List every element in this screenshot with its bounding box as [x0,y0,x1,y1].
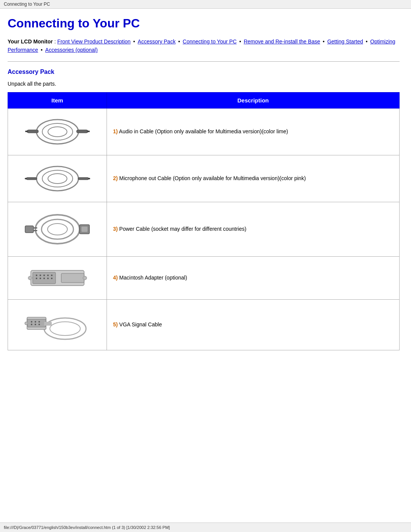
nav-link-front-view[interactable]: Front View Product Description [57,38,131,45]
svg-point-30 [40,278,41,279]
item-desc-3: Power Cable (socket may differ for diffe… [119,226,246,232]
table-row: 3) Power Cable (socket may differ for di… [8,202,400,256]
svg-point-8 [42,170,73,187]
mac-adapter-icon [23,263,92,293]
nav-link-getting-started[interactable]: Getting Started [327,38,363,45]
sep-5: • [366,38,369,45]
nav-link-remove-base[interactable]: Remove and Re-install the Base [244,38,320,45]
nav-link-connecting[interactable]: Connecting to Your PC [183,38,237,45]
svg-point-34 [28,276,32,280]
svg-rect-13 [88,178,90,179]
svg-point-9 [48,174,67,184]
page-title: Connecting to Your PC [8,16,400,30]
svg-rect-21 [81,227,88,232]
table-header-row: Item Description [8,92,400,108]
sep-3: • [239,38,243,45]
svg-point-24 [36,275,37,276]
desc-cell-2: 2) Microphone out Cable (Option only ava… [107,155,400,202]
svg-marker-40 [27,319,46,327]
svg-point-47 [25,322,28,325]
power-cable-icon [23,208,92,250]
item-desc-4: Macintosh Adapter (optional) [119,275,187,281]
desc-cell-1: 1) Audio in Cable (Option only available… [107,108,400,155]
item-cell-3 [8,202,107,256]
svg-rect-12 [78,177,89,180]
svg-rect-4 [25,131,28,132]
desc-cell-5: 5) VGA Signal Cable [107,299,400,350]
svg-rect-35 [61,273,84,283]
svg-point-1 [42,123,73,140]
item-cell-2 [8,155,107,202]
svg-rect-10 [26,177,37,180]
svg-rect-17 [25,226,33,233]
nav-prefix: Your LCD Monitor [8,38,53,45]
svg-point-44 [31,324,32,325]
svg-point-27 [47,275,49,276]
table-row: 5) VGA Signal Cable [8,299,400,350]
intro-text: Unpack all the parts. [8,81,400,87]
svg-rect-19 [33,230,37,231]
item-cell-1 [8,108,107,155]
svg-rect-49 [44,322,52,326]
item-desc-5: VGA Signal Cable [119,321,162,328]
sep-4: • [323,38,326,45]
divider [8,61,400,62]
item-num-2: 2) [113,175,118,181]
item-num-1: 1) [113,128,118,134]
desc-cell-4: 4) Macintosh Adapter (optional) [107,256,400,299]
accessory-table: Item Description [8,92,400,350]
item-desc-1: Audio in Cable (Option only available fo… [119,128,288,134]
browser-bar: Connecting to Your PC [0,0,411,9]
desc-cell-3: 3) Power Cable (socket may differ for di… [107,202,400,256]
nav-link-accessory[interactable]: Accessory Pack [138,38,176,45]
svg-rect-6 [87,131,90,132]
svg-point-38 [50,322,80,335]
svg-point-2 [48,127,67,137]
svg-point-37 [44,318,86,339]
svg-point-31 [43,278,45,279]
svg-rect-5 [76,130,88,133]
svg-point-29 [36,278,37,279]
svg-point-25 [40,275,41,276]
svg-point-46 [38,324,40,325]
item-cell-5 [8,299,107,350]
svg-point-43 [38,321,40,323]
sep-1: • [133,38,137,45]
nav-links: Your LCD Monitor : Front View Product De… [8,37,400,54]
svg-point-45 [35,324,36,325]
section-title: Accessory Pack [8,69,400,75]
vga-cable-icon [23,306,92,344]
svg-point-28 [51,275,53,276]
page-content: Connecting to Your PC Your LCD Monitor :… [0,9,411,362]
nav-link-accessories[interactable]: Accessories (optional) [45,47,98,53]
svg-rect-3 [27,130,38,133]
item-num-4: 4) [113,275,118,281]
svg-point-16 [48,224,67,235]
svg-rect-18 [33,227,37,228]
item-desc-2: Microphone out Cable (Option only availa… [119,175,306,181]
table-row: 1) Audio in Cable (Option only available… [8,108,400,155]
svg-point-33 [51,278,53,279]
svg-point-36 [83,276,87,280]
col-header-item: Item [8,92,107,108]
sep-2: • [178,38,182,45]
svg-rect-11 [25,178,27,179]
browser-title: Connecting to Your PC [4,2,50,7]
item-num-5: 5) [113,321,118,328]
table-row: 4) Macintosh Adapter (optional) [8,256,400,299]
item-num-3: 3) [113,226,118,232]
audio-cable-icon [23,115,92,149]
col-header-desc: Description [107,92,400,108]
svg-point-15 [41,219,73,239]
svg-point-32 [47,278,49,279]
svg-point-41 [31,321,32,323]
item-cell-4 [8,256,107,299]
svg-point-26 [43,275,45,276]
microphone-cable-icon [23,161,92,196]
svg-point-42 [35,321,36,323]
table-row: 2) Microphone out Cable (Option only ava… [8,155,400,202]
sep-6: • [41,47,44,53]
